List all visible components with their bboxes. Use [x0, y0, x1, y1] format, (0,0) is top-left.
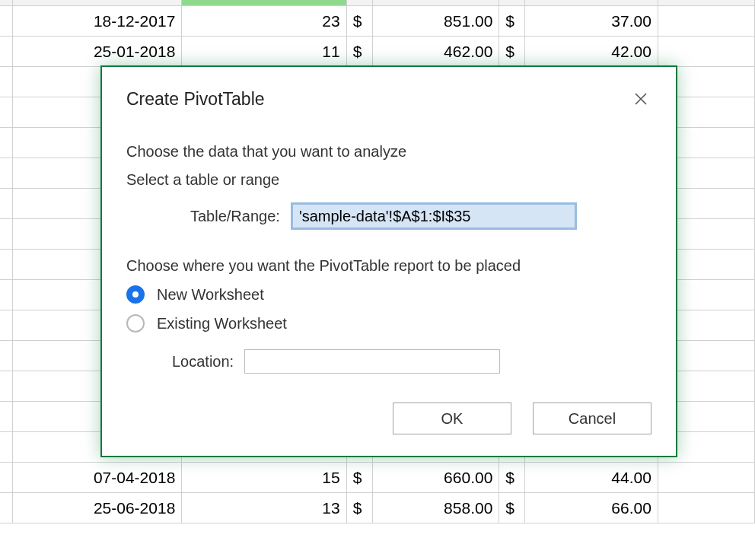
- cell[interactable]: [658, 37, 755, 66]
- cell[interactable]: 25-06-2018: [13, 493, 182, 523]
- cell[interactable]: [0, 219, 13, 249]
- cell[interactable]: [0, 432, 13, 462]
- analyze-section-label: Choose the data that you want to analyze: [126, 143, 651, 161]
- cell[interactable]: [0, 402, 13, 431]
- cell[interactable]: [0, 6, 13, 36]
- cell[interactable]: 660.00: [373, 463, 500, 492]
- table-row[interactable]: 25-01-201811$462.00$42.00: [0, 37, 755, 67]
- cell[interactable]: 13: [182, 493, 346, 523]
- column-header-row: [0, 0, 755, 6]
- radio-new-worksheet-label: New Worksheet: [157, 286, 264, 304]
- ok-button[interactable]: OK: [393, 402, 511, 434]
- cell[interactable]: 42.00: [525, 37, 658, 66]
- cell[interactable]: 44.00: [525, 463, 658, 492]
- table-row[interactable]: 07-04-201815$660.00$44.00: [0, 463, 755, 493]
- table-row[interactable]: 18-12-201723$851.00$37.00: [0, 6, 755, 37]
- cell[interactable]: $: [499, 463, 525, 492]
- cell[interactable]: 858.00: [373, 493, 500, 523]
- cell[interactable]: [658, 6, 755, 36]
- cell[interactable]: [0, 341, 13, 371]
- cell[interactable]: 18-12-2017: [13, 6, 182, 36]
- table-row[interactable]: 25-06-201813$858.00$66.00: [0, 493, 755, 523]
- cell[interactable]: [0, 310, 13, 340]
- cell[interactable]: [0, 128, 13, 158]
- cell[interactable]: [658, 493, 755, 523]
- cell[interactable]: [0, 189, 13, 218]
- select-range-label: Select a table or range: [126, 171, 651, 189]
- cell[interactable]: $: [347, 463, 373, 492]
- cell[interactable]: [0, 463, 13, 492]
- cell[interactable]: 851.00: [373, 6, 500, 36]
- create-pivottable-dialog: Create PivotTable Choose the data that y…: [100, 65, 677, 457]
- table-range-label: Table/Range:: [190, 208, 280, 225]
- radio-existing-worksheet-label: Existing Worksheet: [157, 315, 287, 332]
- cancel-button[interactable]: Cancel: [533, 402, 651, 434]
- cell[interactable]: [0, 67, 13, 97]
- placement-section-label: Choose where you want the PivotTable rep…: [126, 257, 651, 275]
- cell[interactable]: $: [499, 37, 525, 66]
- cell[interactable]: 11: [182, 37, 346, 66]
- cell[interactable]: [0, 371, 13, 401]
- cell[interactable]: $: [347, 493, 373, 523]
- cell[interactable]: 15: [182, 463, 346, 492]
- cell[interactable]: [0, 250, 13, 279]
- cell[interactable]: [0, 37, 13, 66]
- cell[interactable]: $: [499, 6, 525, 36]
- cell[interactable]: 462.00: [373, 37, 500, 66]
- cell[interactable]: [0, 280, 13, 310]
- close-icon: [634, 92, 648, 106]
- cell[interactable]: 37.00: [525, 6, 658, 36]
- location-input[interactable]: [244, 349, 500, 374]
- cell[interactable]: 25-01-2018: [13, 37, 182, 66]
- cell[interactable]: $: [347, 6, 373, 36]
- cell[interactable]: $: [347, 37, 373, 66]
- cell[interactable]: [0, 493, 13, 523]
- cell[interactable]: $: [499, 493, 525, 523]
- location-label: Location:: [172, 353, 234, 371]
- table-range-input[interactable]: [291, 202, 577, 230]
- cell[interactable]: 23: [182, 6, 346, 36]
- dialog-title: Create PivotTable: [126, 89, 265, 110]
- cell[interactable]: [0, 97, 13, 127]
- cell[interactable]: 66.00: [525, 493, 658, 523]
- radio-existing-worksheet[interactable]: [126, 314, 145, 332]
- close-button[interactable]: [630, 88, 651, 110]
- cell[interactable]: [0, 158, 13, 188]
- radio-new-worksheet[interactable]: [126, 285, 145, 304]
- cell[interactable]: 07-04-2018: [13, 463, 182, 492]
- cell[interactable]: [658, 463, 755, 492]
